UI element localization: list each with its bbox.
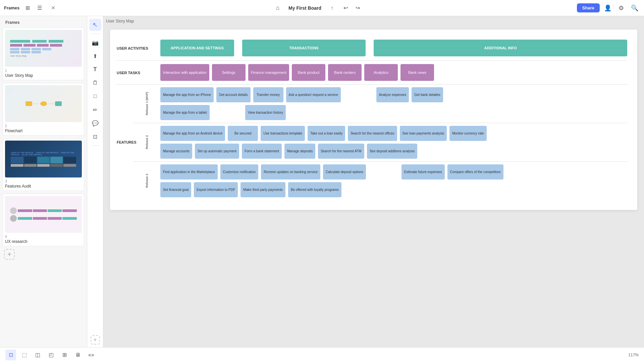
task-interaction: Interaction with application	[160, 64, 209, 81]
tools-panel: ↖ 📷 ⬆ T 🗒 □ ✏ 💬 ⊡ +	[87, 16, 103, 347]
release-2-label: Release 2	[145, 135, 149, 149]
frame-name-1: User Story Map	[5, 73, 82, 78]
card-analyze-expenses: Analyze expenses	[376, 87, 409, 102]
grid-view-btn[interactable]: ⊞	[22, 3, 33, 13]
screen-tool[interactable]: ⬚	[19, 350, 30, 360]
bottombar: ⊡ ⬚ ◫ ◰ ⊞ 🖥 «» 117%	[0, 347, 644, 362]
add-tool-btn[interactable]: +	[91, 335, 100, 345]
frame-num-4: 4	[5, 235, 82, 239]
canvas: USER ACTIVITIES APPLICATION AND SETTINGS…	[110, 30, 637, 210]
frame-num-1: 1	[5, 69, 82, 72]
frame-name-2: Flowchart	[5, 128, 82, 133]
card-loan-payments: See loan payments analysis	[400, 126, 447, 141]
zoom-level: 117%	[628, 353, 639, 357]
task-settings: Settings	[212, 64, 246, 81]
release-3-row-1: Find application in the Marketplace Cust…	[160, 164, 627, 179]
topbar-right: Share 👤 ⚙ 🔍	[577, 3, 640, 13]
search-btn[interactable]: 🔍	[629, 3, 640, 13]
task-finance: Finance management	[248, 64, 289, 81]
card-be-secured: Be secured	[228, 126, 258, 141]
undo-btn[interactable]: ↩	[340, 3, 351, 13]
history-buttons: ↩ ↪	[340, 3, 363, 13]
frame-item-1[interactable]: User Story Map 1 User Story Map	[3, 28, 84, 80]
release-2-row-2: Manage accounts Set up automatic payment…	[160, 144, 627, 159]
home-btn[interactable]: ⌂	[272, 3, 283, 13]
canvas-area[interactable]: User Story Map USER ACTIVITIES APPLICATI…	[103, 16, 644, 347]
export-btn[interactable]: ↑	[327, 3, 337, 13]
card-calc-deposit: Calculate deposit options	[323, 164, 366, 179]
bottombar-tools: ⊡ ⬚ ◫ ◰ ⊞ 🖥 «»	[5, 350, 97, 360]
redo-btn[interactable]: ↪	[352, 3, 363, 13]
frame-item-2[interactable]: 2 Flowchart	[3, 83, 84, 136]
frame-name-4: UX research	[5, 239, 82, 244]
note-tool[interactable]: 🗒	[89, 77, 101, 89]
release-3-row-2: Set financial goal Export information to…	[160, 182, 627, 197]
component-tool[interactable]: ◫	[32, 350, 43, 360]
pen-tool[interactable]: ✏	[89, 104, 101, 116]
card-search-offices: Search for the nearest offices	[348, 126, 397, 141]
close-btn[interactable]: ✕	[48, 3, 58, 13]
card-manage-deposits: Manage deposits	[284, 144, 315, 159]
frame-num-2: 2	[5, 124, 82, 128]
menu-btn[interactable]: ☰	[34, 3, 45, 13]
card-monitor-currency: Monitor currency rate	[449, 126, 486, 141]
crop-tool[interactable]: ⊞	[59, 350, 70, 360]
upload-tool[interactable]: ⬆	[89, 50, 101, 62]
frame-item-4[interactable]: 4 UX research	[3, 194, 84, 246]
frame-thumb-1: User Story Map	[5, 30, 82, 67]
topbar-view-icons: ⊞ ☰	[22, 3, 45, 13]
release-1-row-2: Manage the app from a tablet View transa…	[160, 105, 627, 120]
text-tool[interactable]: T	[89, 63, 101, 75]
card-customize-notif: Customize notification	[220, 164, 259, 179]
activity-transactions: TRANSACTIONS	[242, 40, 366, 56]
card-future-expenses: Estimate future expenses	[401, 164, 445, 179]
card-bank-statement: Form a bank statement	[242, 144, 282, 159]
activity-additional-info: ADDITIONAL INFO	[374, 40, 627, 56]
collapse-btn[interactable]: «»	[86, 350, 97, 360]
users-btn[interactable]: 👤	[602, 3, 613, 13]
card-view-transaction: View transaction history	[245, 105, 286, 120]
main-area: Frames User Story Map 1 User Story Map	[0, 16, 644, 347]
task-bank-product: Bank product	[292, 64, 325, 81]
frame-thumb-2	[5, 85, 82, 122]
shape-tool[interactable]: □	[89, 90, 101, 102]
card-compare-offers: Compare offers of the competitors	[447, 164, 503, 179]
sidebar-header: Frames	[3, 19, 84, 28]
comment-tool[interactable]: 💬	[89, 117, 101, 129]
template-tool[interactable]: ◰	[46, 350, 56, 360]
card-manage-iphone: Manage the app from an iPhone	[160, 87, 214, 102]
frame-num-3: 3	[5, 179, 82, 183]
card-auto-payment: Set up automatic payment	[195, 144, 239, 159]
activity-app-settings: APPLICATION AND SETTINGS	[160, 40, 234, 56]
card-transfer-money: Transfer money	[253, 87, 283, 102]
card-third-party: Make third party payments	[240, 182, 285, 197]
release-2-row-1: Manage the app from an Android device Be…	[160, 126, 627, 141]
tool-separator-2	[91, 145, 99, 146]
present-tool[interactable]: 🖥	[72, 350, 83, 360]
release-3-block: Release 3 Find application in the Market…	[133, 162, 627, 200]
card-financial-goal: Set financial goal	[160, 182, 191, 197]
release-1-row-1: Manage the app from an iPhone Get accoun…	[160, 87, 627, 102]
card-use-template: Use transactions template	[261, 126, 305, 141]
select-tool[interactable]: ↖	[89, 19, 101, 31]
add-frame-btn[interactable]: +	[4, 249, 15, 260]
release-2-block: Release 2 Manage the app from an Android…	[133, 123, 627, 162]
user-activities-label: USER ACTIVITIES	[117, 46, 148, 50]
card-manage-accounts: Manage accounts	[160, 144, 192, 159]
task-analytics: Analytics	[364, 64, 398, 81]
frame-tool-bottom[interactable]: ⊡	[5, 350, 16, 360]
frame-tool[interactable]: ⊡	[89, 131, 101, 143]
share-btn[interactable]: Share	[577, 3, 600, 12]
release-1-label: Release 1 (MVP)	[145, 92, 149, 115]
card-banking-updates: Receive updates on banking service	[261, 164, 320, 179]
topbar: Frames ⊞ ☰ ✕ ⌂ My First Board ↑ ↩ ↪ Shar…	[0, 0, 644, 16]
card-export-pdf: Export information to PDF	[194, 182, 238, 197]
camera-tool[interactable]: 📷	[89, 37, 101, 49]
settings-btn[interactable]: ⚙	[616, 3, 627, 13]
topbar-left: Frames ⊞ ☰ ✕	[4, 3, 58, 13]
board-title[interactable]: My First Board	[286, 4, 324, 12]
topbar-center: ⌂ My First Board ↑ ↩ ↪	[61, 3, 574, 13]
card-find-marketplace: Find application in the Marketplace	[160, 164, 218, 179]
brand-label: Frames	[4, 5, 19, 10]
frame-item-3[interactable]: USER OF THE PROFILE USER OF THE PROFILE …	[3, 138, 84, 191]
